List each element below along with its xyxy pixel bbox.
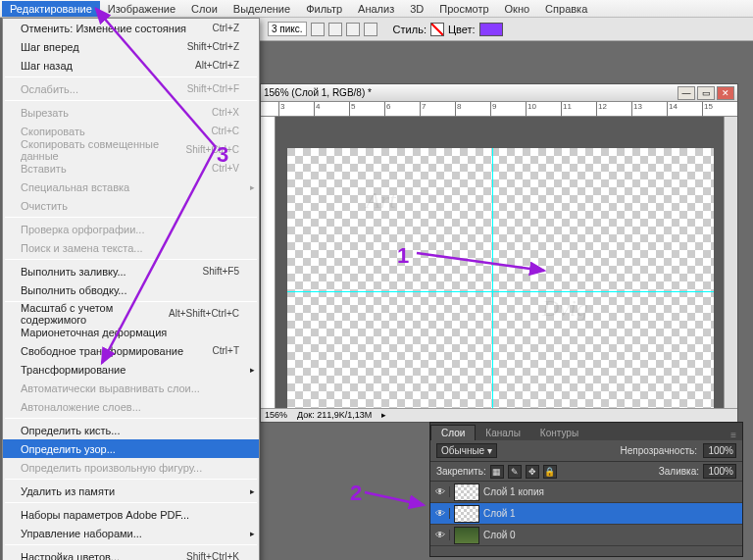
ruler-tick: 9 (490, 102, 496, 117)
layer-thumb[interactable] (454, 484, 479, 501)
guide-horizontal[interactable] (287, 291, 714, 292)
menu-item[interactable]: Удалить из памяти (3, 482, 259, 500)
ruler-vertical[interactable] (261, 117, 276, 408)
ruler-horizontal[interactable]: 3456789101112131415 (261, 102, 737, 117)
menu-item[interactable]: Выполнить заливку...Shift+F5 (3, 262, 259, 280)
menu-item: Очистить (3, 196, 259, 215)
scrollbar-vertical[interactable] (724, 117, 737, 408)
menu-window[interactable]: Окно (497, 1, 538, 17)
menu-view[interactable]: Просмотр (431, 1, 496, 17)
menu-shortcut: Alt+Ctrl+Z (195, 60, 239, 71)
menu-item-label: Скопировать совмещенные данные (21, 138, 186, 162)
menu-item: Проверка орфографии... (3, 220, 259, 238)
menu-help[interactable]: Справка (537, 1, 595, 17)
tab-channels[interactable]: Каналы (476, 426, 530, 440)
menu-item[interactable]: Шаг впередShift+Ctrl+Z (3, 37, 259, 56)
menu-item-label: Очистить (21, 200, 68, 212)
ruler-tick: 10 (526, 102, 536, 117)
minimize-button[interactable]: — (678, 86, 695, 100)
menu-item-label: Управление наборами... (21, 528, 142, 539)
menu-item[interactable]: Отменить: Изменение состоянияCtrl+Z (3, 19, 259, 37)
shape-opt-1[interactable] (311, 23, 325, 36)
tab-layers[interactable]: Слои (430, 425, 476, 440)
ruler-tick: 11 (561, 102, 572, 117)
annotation-2: 2 (350, 481, 362, 506)
doc-info[interactable]: Док: 211,9K/1,13M (297, 410, 372, 421)
menu-image[interactable]: Изображение (100, 1, 183, 17)
maximize-button[interactable]: ▭ (697, 86, 715, 100)
eye-icon[interactable]: 👁 (430, 486, 450, 497)
color-swatch[interactable] (479, 23, 503, 36)
menu-item-label: Шаг вперед (21, 41, 79, 53)
lock-all-icon[interactable]: 🔒 (543, 465, 557, 479)
shape-opt-3[interactable] (346, 23, 360, 36)
document-window: 156% (Слой 1, RGB/8) * — ▭ ✕ 34567891011… (260, 83, 738, 423)
menu-3d[interactable]: 3D (402, 1, 431, 17)
menu-analysis[interactable]: Анализ (350, 1, 402, 17)
menu-filter[interactable]: Фильтр (298, 1, 350, 17)
ruler-tick: 4 (314, 102, 320, 117)
menu-item-label: Наборы параметров Adobe PDF... (21, 509, 189, 521)
ruler-tick: 5 (349, 102, 355, 117)
menu-shortcut: Ctrl+X (212, 107, 239, 118)
guide-vertical[interactable] (492, 148, 493, 408)
canvas-area[interactable]: Art Dvig (276, 117, 724, 408)
menu-item-label: Автоматически выравнивать слои... (21, 382, 200, 394)
zoom-status[interactable]: 156% (265, 410, 287, 421)
panel-menu-icon[interactable]: ≡ (725, 430, 742, 440)
menu-item[interactable]: Масштаб с учетом содержимогоAlt+Shift+Ct… (3, 304, 259, 323)
menu-item-label: Специальная вставка (21, 181, 129, 193)
lock-label: Закрепить: (436, 466, 486, 477)
menu-item[interactable]: Свободное трансформированиеCtrl+T (3, 341, 259, 360)
menu-item[interactable]: Определить узор... (3, 439, 259, 458)
menu-layers[interactable]: Слои (183, 1, 226, 17)
ruler-tick: 6 (384, 102, 390, 117)
lock-paint-icon[interactable]: ✎ (508, 465, 522, 479)
menu-item[interactable]: Наборы параметров Adobe PDF... (3, 505, 259, 524)
edit-menu-dropdown: Отменить: Изменение состоянияCtrl+ZШаг в… (2, 18, 260, 560)
layer-row[interactable]: 👁Слой 1 копия (430, 482, 742, 503)
annotation-3: 3 (217, 142, 228, 168)
fill-input[interactable]: 100% (703, 464, 736, 479)
eye-icon[interactable]: 👁 (430, 508, 450, 519)
layer-row[interactable]: 👁Слой 0 (430, 525, 742, 546)
menu-item-label: Ослабить... (21, 83, 78, 95)
menu-item[interactable]: Управление наборами... (3, 524, 259, 542)
layer-list: 👁Слой 1 копия👁Слой 1👁Слой 0 (430, 482, 742, 546)
menu-item[interactable]: Определить кисть... (3, 421, 259, 439)
lock-position-icon[interactable]: ✥ (526, 465, 539, 479)
menu-shortcut: Shift+Ctrl+Z (187, 41, 239, 52)
menu-shortcut: Shift+Ctrl+F (187, 83, 239, 94)
layer-thumb[interactable] (454, 505, 479, 523)
menu-item-label: Выполнить заливку... (21, 266, 126, 278)
layers-panel: Слои Каналы Контуры ≡ Обычные ▾ Непрозра… (429, 422, 743, 557)
menu-item: Поиск и замена текста... (3, 238, 259, 257)
stroke-width-input[interactable]: 3 пикс. (268, 22, 307, 36)
layer-row[interactable]: 👁Слой 1 (430, 503, 742, 525)
menu-select[interactable]: Выделение (226, 1, 298, 17)
menu-item[interactable]: Шаг назадAlt+Ctrl+Z (3, 56, 259, 75)
menu-item-label: Удалить из памяти (21, 485, 115, 497)
ruler-tick: 14 (667, 102, 678, 117)
menu-item[interactable]: Настройка цветов...Shift+Ctrl+K (3, 547, 259, 560)
blend-mode-select[interactable]: Обычные ▾ (436, 443, 497, 458)
shape-opt-2[interactable] (328, 23, 342, 36)
document-titlebar[interactable]: 156% (Слой 1, RGB/8) * — ▭ ✕ (261, 84, 737, 102)
style-none-swatch[interactable] (430, 23, 444, 36)
menu-item-label: Масштаб с учетом содержимого (21, 302, 169, 326)
tab-paths[interactable]: Контуры (530, 426, 588, 440)
menu-item[interactable]: Марионеточная деформация (3, 323, 259, 341)
lock-transparency-icon[interactable]: ▦ (490, 465, 504, 479)
shape-opt-4[interactable] (364, 23, 377, 36)
layer-thumb[interactable] (454, 527, 479, 544)
close-button[interactable]: ✕ (717, 86, 734, 100)
menu-item[interactable]: Выполнить обводку... (3, 280, 259, 299)
menu-item[interactable]: Трансформирование (3, 360, 259, 379)
menu-item-label: Скопировать (21, 126, 85, 137)
fill-label: Заливка: (659, 466, 699, 477)
document-title: 156% (Слой 1, RGB/8) * (264, 87, 372, 98)
ruler-tick: 3 (278, 102, 284, 117)
menu-edit[interactable]: Редактирование (2, 1, 100, 17)
opacity-input[interactable]: 100% (703, 443, 736, 458)
eye-icon[interactable]: 👁 (430, 530, 450, 540)
